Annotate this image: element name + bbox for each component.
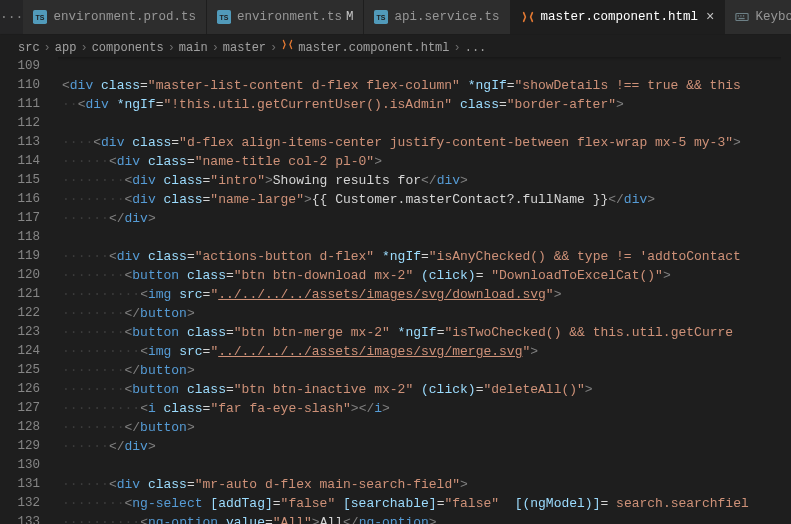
tab-label: Keyboa <box>755 10 791 24</box>
code-line[interactable]: </button> <box>62 418 791 437</box>
code-line[interactable]: </div> <box>62 437 791 456</box>
code-line[interactable]: <button class="btn btn-inactive mx-2" (c… <box>62 380 791 399</box>
line-number: 122 <box>0 304 40 323</box>
code-line[interactable] <box>62 57 791 76</box>
line-number: 119 <box>0 247 40 266</box>
code-line[interactable]: <div class="mr-auto d-flex main-search-f… <box>62 475 791 494</box>
line-number: 118 <box>0 228 40 247</box>
line-number: 126 <box>0 380 40 399</box>
editor-tab-bar: ··· TSenvironment.prod.tsTSenvironment.t… <box>0 0 791 35</box>
code-line[interactable] <box>62 456 791 475</box>
breadcrumb-segment[interactable]: app <box>55 41 77 55</box>
tab-label: master.component.html <box>541 10 699 24</box>
breadcrumb-segment[interactable]: master.component.html <box>298 41 449 55</box>
svg-rect-9 <box>743 15 744 16</box>
code-line[interactable]: <div class="name-large">{{ Customer.mast… <box>62 190 791 209</box>
code-line[interactable]: <button class="btn btn-merge mx-2" *ngIf… <box>62 323 791 342</box>
line-number: 125 <box>0 361 40 380</box>
line-number: 129 <box>0 437 40 456</box>
breadcrumb-segment[interactable]: master <box>223 41 266 55</box>
tab-label: api.service.ts <box>394 10 499 24</box>
line-number: 124 <box>0 342 40 361</box>
line-number-gutter: 1091101111121131141151161171181191201211… <box>0 57 58 524</box>
code-content[interactable]: <div class="master-list-content d-flex f… <box>58 57 791 524</box>
code-line[interactable]: <div class="name-title col-2 pl-0"> <box>62 152 791 171</box>
code-line[interactable]: <img src="../../../../assets/images/svg/… <box>62 342 791 361</box>
editor-tab-3[interactable]: master.component.html× <box>511 0 726 34</box>
line-number: 128 <box>0 418 40 437</box>
file-icon: TS <box>374 10 388 24</box>
file-icon: TS <box>33 10 47 24</box>
line-number: 109 <box>0 57 40 76</box>
code-line[interactable]: </button> <box>62 304 791 323</box>
line-number: 114 <box>0 152 40 171</box>
file-icon <box>735 10 749 24</box>
code-line[interactable]: <div class="master-list-content d-flex f… <box>62 76 791 95</box>
editor-tab-0[interactable]: TSenvironment.prod.ts <box>23 0 207 34</box>
line-number: 111 <box>0 95 40 114</box>
line-number: 133 <box>0 513 40 524</box>
line-number: 132 <box>0 494 40 513</box>
line-number: 110 <box>0 76 40 95</box>
editor-tab-1[interactable]: TSenvironment.tsM <box>207 0 365 34</box>
svg-text:TS: TS <box>36 14 45 21</box>
svg-rect-6 <box>736 14 748 21</box>
ellipsis-icon: ··· <box>0 10 23 25</box>
chevron-right-icon: › <box>168 41 175 55</box>
editor-tab-4[interactable]: Keyboa <box>725 0 791 34</box>
line-number: 113 <box>0 133 40 152</box>
svg-text:TS: TS <box>377 14 386 21</box>
svg-text:TS: TS <box>219 14 228 21</box>
file-icon: TS <box>217 10 231 24</box>
chevron-right-icon: › <box>454 41 461 55</box>
line-number: 121 <box>0 285 40 304</box>
code-line[interactable]: <div class="d-flex align-items-center ju… <box>62 133 791 152</box>
tab-overflow-button[interactable]: ··· <box>0 0 23 34</box>
code-line[interactable]: </div> <box>62 209 791 228</box>
code-line[interactable]: <button class="btn btn-download mx-2" (c… <box>62 266 791 285</box>
chevron-right-icon: › <box>212 41 219 55</box>
code-line[interactable]: <div class="intro">Showing results for</… <box>62 171 791 190</box>
breadcrumb-segment[interactable]: src <box>18 41 40 55</box>
tab-label: environment.prod.ts <box>53 10 196 24</box>
code-line[interactable]: <ng-select [addTag]="false" [searchable]… <box>62 494 791 513</box>
code-line[interactable]: <div class="actions-button d-flex" *ngIf… <box>62 247 791 266</box>
code-line[interactable] <box>62 114 791 133</box>
code-line[interactable]: <img src="../../../../assets/images/svg/… <box>62 285 791 304</box>
code-line[interactable]: <ng-option value="All">All</ng-option> <box>62 513 791 524</box>
chevron-right-icon: › <box>44 41 51 55</box>
line-number: 131 <box>0 475 40 494</box>
code-line[interactable]: <div *ngIf="!this.util.getCurrentUser().… <box>62 95 791 114</box>
line-number: 120 <box>0 266 40 285</box>
breadcrumb-segment[interactable]: main <box>179 41 208 55</box>
breadcrumb-segment[interactable]: components <box>92 41 164 55</box>
line-number: 115 <box>0 171 40 190</box>
line-number: 116 <box>0 190 40 209</box>
line-number: 127 <box>0 399 40 418</box>
code-line[interactable]: </button> <box>62 361 791 380</box>
breadcrumb[interactable]: src›app›components›main›master›master.co… <box>0 35 791 57</box>
svg-rect-10 <box>739 18 745 19</box>
svg-rect-7 <box>738 15 739 16</box>
code-editor[interactable]: 1091101111121131141151161171181191201211… <box>0 57 791 524</box>
line-number: 123 <box>0 323 40 342</box>
chevron-right-icon: › <box>80 41 87 55</box>
breadcrumb-segment[interactable]: ... <box>465 41 487 55</box>
modified-indicator: M <box>346 10 354 24</box>
line-number: 117 <box>0 209 40 228</box>
code-line[interactable] <box>62 228 791 247</box>
tab-label: environment.ts <box>237 10 342 24</box>
line-number: 130 <box>0 456 40 475</box>
chevron-right-icon: › <box>270 41 277 55</box>
minimap-scrollbar[interactable] <box>781 57 791 524</box>
file-icon <box>281 38 294 51</box>
code-line[interactable]: <i class="far fa-eye-slash"></i> <box>62 399 791 418</box>
file-icon <box>521 10 535 24</box>
close-icon[interactable]: × <box>706 9 714 25</box>
line-number: 112 <box>0 114 40 133</box>
editor-tab-2[interactable]: TSapi.service.ts <box>364 0 510 34</box>
svg-rect-8 <box>741 15 742 16</box>
